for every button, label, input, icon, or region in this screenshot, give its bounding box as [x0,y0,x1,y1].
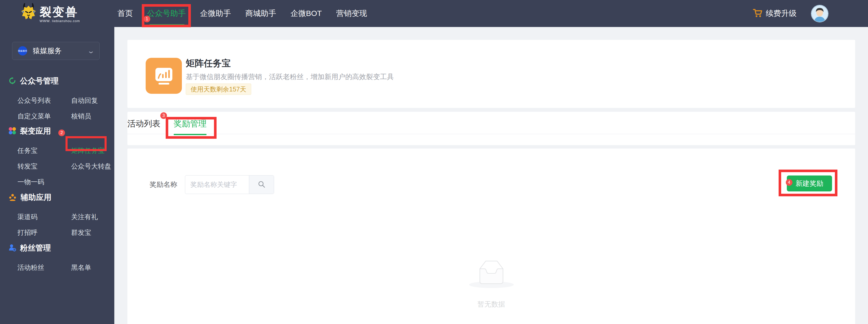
sync-icon [8,77,16,86]
workspace-selector[interactable]: 猿媒服务 猿媒服务 ⌄ [12,42,100,60]
sidebar-item-forward-treasure[interactable]: 转发宝 [18,163,71,170]
nav-item-wecom-bot[interactable]: 企微BOT [290,8,322,19]
sidebar-item-activity-fans[interactable]: 活动粉丝 [18,264,71,271]
sidebar-item-greeting[interactable]: 打招呼 [18,229,71,236]
main-menu: 首页 公众号助手 企微助手 商城助手 企微BOT 营销变现 [117,0,367,27]
chevron-down-icon: ⌄ [87,47,95,55]
renew-upgrade-button[interactable]: 续费升级 [753,8,797,19]
nav-item-official-account-assistant[interactable]: 公众号助手 [147,8,186,19]
section-title-auxiliary-apps: 辅助应用 [21,192,51,203]
sidebar-item-lucky-wheel[interactable]: 公众号大转盘 [71,163,114,170]
brand-logo[interactable]: 裂变兽 WWW. liebianshou.com [21,2,80,24]
group-icon [8,193,17,202]
sidebar-item-task-treasure[interactable]: 任务宝 [18,147,71,154]
app-header-card: 矩阵任务宝 基于微信朋友圈传播营销，活跃老粉丝，增加新用户的高效裂变工具 使用天… [127,40,855,108]
clover-icon [8,127,16,136]
main-content: 矩阵任务宝 基于微信朋友圈传播营销，活跃老粉丝，增加新用户的高效裂变工具 使用天… [114,27,868,324]
page-description: 基于微信朋友圈传播营销，活跃老粉丝，增加新用户的高效裂变工具 [186,72,394,82]
user-avatar[interactable] [811,5,829,22]
section-title-official-account-management: 公众号管理 [20,76,59,86]
top-navbar: 裂变兽 WWW. liebianshou.com 首页 公众号助手 企微助手 商… [0,0,868,27]
reward-panel: 奖励名称 新建奖励 暂无数据 [127,148,855,324]
sidebar-item-matrix-task-treasure[interactable]: 矩阵任务宝 [71,147,114,154]
page-title: 矩阵任务宝 [186,57,231,69]
active-nav-indicator [148,24,186,27]
reward-search-group [185,175,274,194]
tab-strip: 活动列表 奖励管理 [127,112,855,145]
sidebar-item-channel-code[interactable]: 渠道码 [18,213,71,221]
sidebar-item-mass-send-treasure[interactable]: 群发宝 [71,229,114,236]
brand-url: WWW. liebianshou.com [39,19,80,23]
cart-icon [753,8,763,19]
search-icon [258,180,266,189]
sidebar-item-custom-menu[interactable]: 自定义菜单 [18,112,71,120]
nav-item-mall-assistant[interactable]: 商城助手 [245,8,276,19]
search-button[interactable] [249,176,274,194]
nav-item-home[interactable]: 首页 [117,8,133,19]
empty-state: 暂无数据 [127,257,855,309]
sidebar-item-follow-gift[interactable]: 关注有礼 [71,213,114,221]
section-title-fission-apps: 裂变应用 [20,126,51,137]
sidebar-item-auto-reply[interactable]: 自动回复 [71,97,114,104]
reward-name-label: 奖励名称 [150,175,177,194]
user-gear-icon [8,244,16,253]
beast-logo-icon [21,2,36,24]
matrix-task-app-icon [146,58,182,94]
tab-reward-management[interactable]: 奖励管理 [174,114,207,134]
days-remaining-badge: 使用天数剩余157天 [186,84,251,95]
section-title-fans-management: 粉丝管理 [20,243,51,253]
sidebar: 猿媒服务 猿媒服务 ⌄ 公众号管理 公众号列表 自动回复 自定义菜单 核销员 [0,27,114,324]
nav-item-wecom-assistant[interactable]: 企微助手 [200,8,231,19]
sidebar-item-one-item-one-code[interactable]: 一物一码 [18,178,71,186]
nav-item-marketing-monetization[interactable]: 营销变现 [336,8,367,19]
tab-activity-list[interactable]: 活动列表 [127,114,160,134]
empty-box-icon [468,286,515,290]
sidebar-item-official-account-list[interactable]: 公众号列表 [18,97,71,104]
workspace-avatar: 猿媒服务 [18,46,27,56]
brand-name: 裂变兽 [39,6,80,18]
sidebar-item-blacklist[interactable]: 黑名单 [71,264,114,271]
reward-search-input[interactable] [185,176,249,194]
sidebar-item-verifier[interactable]: 核销员 [71,112,114,120]
empty-text: 暂无数据 [127,300,855,309]
create-reward-button[interactable]: 新建奖励 [787,176,832,192]
